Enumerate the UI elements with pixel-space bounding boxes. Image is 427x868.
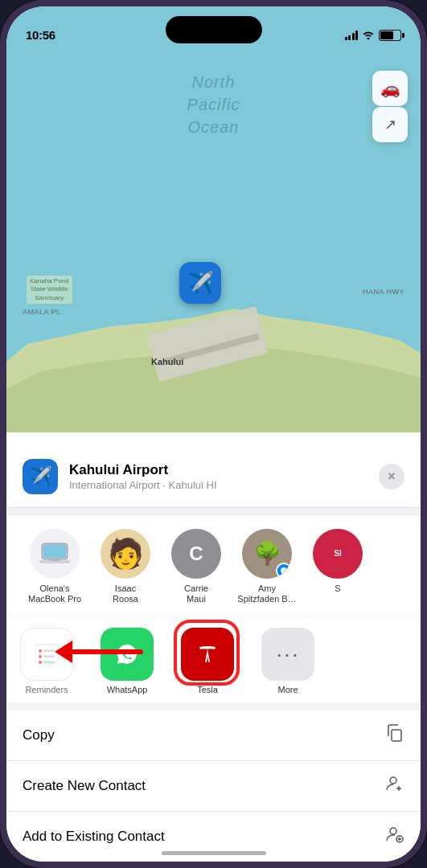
- svg-point-6: [39, 649, 42, 653]
- whatsapp-label: WhatsApp: [107, 685, 148, 694]
- copy-label: Copy: [23, 727, 55, 743]
- contact-name-amy: AmySpitzfaden B…: [237, 583, 296, 604]
- battery-icon: [379, 30, 401, 41]
- tesla-label: Tesla: [197, 685, 218, 694]
- arrow-head: [55, 641, 72, 663]
- location-button[interactable]: ↗: [372, 107, 408, 142]
- contact-avatar-olena: [30, 529, 80, 579]
- share-contacts: Olena'sMacBook Pro 🧑 IsaacRoosa C Carrie…: [6, 516, 421, 616]
- wifi-icon: [362, 29, 375, 42]
- hana-label: HANA HWY: [363, 288, 404, 296]
- airport-pin-icon: ✈️: [179, 262, 221, 304]
- copy-action[interactable]: Copy: [6, 710, 421, 761]
- map-area[interactable]: NorthPacificOcean AMALA PL Kahului HANA …: [6, 6, 421, 432]
- more-icon: ···: [261, 628, 314, 681]
- contact-avatar-amy: 🌳: [242, 529, 292, 579]
- create-contact-label: Create New Contact: [23, 778, 146, 794]
- contact-amy[interactable]: 🌳 AmySpitzfaden B…: [232, 529, 302, 604]
- add-existing-icon: [385, 825, 404, 849]
- tesla-highlight-border: [174, 620, 240, 686]
- screen: 10:56 NorthPacificOcean: [6, 6, 421, 862]
- svg-rect-7: [43, 650, 55, 653]
- airport-subtitle: International Airport · Kahului HI: [69, 479, 367, 491]
- close-button[interactable]: ×: [379, 464, 404, 489]
- svg-point-15: [390, 777, 396, 784]
- kahului-label: Kahului: [151, 357, 183, 366]
- contact-name-isaac: IsaacRoosa: [113, 583, 138, 604]
- svg-point-10: [39, 661, 42, 664]
- svg-rect-9: [43, 656, 55, 658]
- svg-rect-11: [43, 661, 55, 664]
- map-background: NorthPacificOcean AMALA PL Kahului HANA …: [6, 6, 421, 432]
- contact-avatar-si: SI: [313, 529, 363, 579]
- airport-card-icon: ✈️: [23, 459, 58, 494]
- svg-point-8: [39, 655, 42, 658]
- airport-name: Kahului Airport: [69, 462, 367, 478]
- contact-name-si: S: [335, 583, 340, 594]
- svg-rect-14: [392, 730, 401, 741]
- contact-si[interactable]: SI S: [302, 529, 373, 604]
- status-icons: [345, 29, 402, 42]
- signal-icon: [345, 31, 359, 40]
- app-more[interactable]: ··· More: [248, 628, 328, 694]
- contact-carrie[interactable]: C CarrieMaui: [161, 529, 232, 604]
- dynamic-island: [166, 16, 262, 43]
- reminders-label: Reminders: [25, 685, 68, 694]
- arrow-line: [71, 649, 143, 654]
- phone-frame: 10:56 NorthPacificOcean: [0, 0, 427, 868]
- airport-pin[interactable]: ✈️: [179, 262, 221, 304]
- car-view-button[interactable]: 🚗: [372, 71, 408, 106]
- app-row: Reminders WhatsApp: [6, 616, 421, 702]
- airport-card-info: Kahului Airport International Airport · …: [69, 462, 367, 491]
- svg-point-16: [390, 828, 396, 834]
- contacts-scroll: Olena'sMacBook Pro 🧑 IsaacRoosa C Carrie…: [6, 529, 421, 604]
- kanaha-label: Kanaha PondState WildlifeSanctuary: [27, 276, 72, 304]
- copy-icon: [385, 723, 404, 747]
- create-contact-icon: [385, 774, 404, 798]
- status-time: 10:56: [26, 28, 55, 42]
- airport-card: ✈️ Kahului Airport International Airport…: [6, 446, 421, 508]
- amala-label: AMALA PL: [23, 308, 61, 316]
- contact-isaac[interactable]: 🧑 IsaacRoosa: [90, 529, 161, 604]
- contact-name-carrie: CarrieMaui: [184, 583, 208, 604]
- map-controls: 🚗 ↗: [372, 71, 408, 142]
- contact-avatar-isaac: 🧑: [101, 529, 150, 579]
- action-rows: Copy Create New Contact: [6, 710, 421, 862]
- red-arrow: [55, 641, 143, 663]
- messenger-badge: [276, 563, 292, 579]
- create-contact-action[interactable]: Create New Contact: [6, 761, 421, 812]
- ocean-label: NorthPacificOcean: [187, 71, 240, 138]
- contact-olena[interactable]: Olena'sMacBook Pro: [19, 529, 90, 604]
- add-existing-label: Add to Existing Contact: [23, 829, 165, 845]
- bottom-sheet: ✈️ Kahului Airport International Airport…: [6, 446, 421, 862]
- svg-rect-1: [43, 545, 66, 558]
- svg-rect-3: [50, 559, 60, 561]
- contact-name-olena: Olena'sMacBook Pro: [28, 583, 81, 604]
- contact-avatar-carrie: C: [171, 529, 221, 579]
- more-label: More: [277, 685, 298, 694]
- home-indicator: [162, 851, 266, 855]
